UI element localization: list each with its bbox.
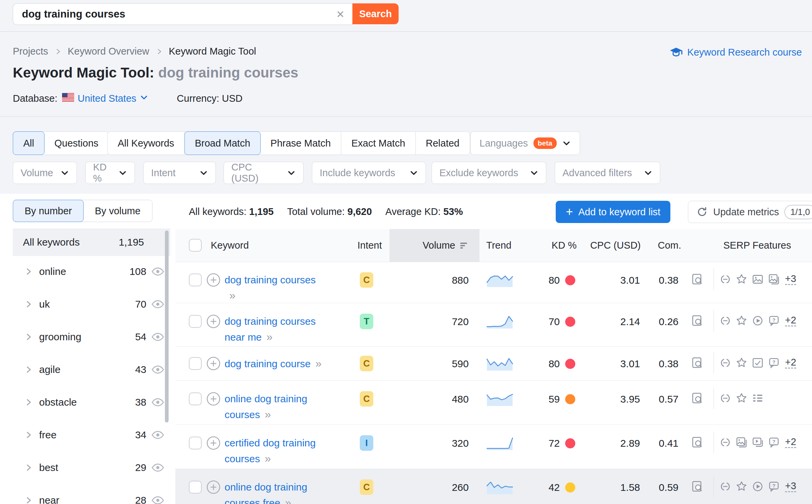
- add-keyword-icon[interactable]: [206, 436, 221, 450]
- chevron-right-icon[interactable]: [24, 333, 33, 341]
- eye-icon[interactable]: [151, 428, 165, 442]
- serp-preview-icon[interactable]: [691, 436, 704, 449]
- keyword-link[interactable]: courses free»: [225, 495, 359, 504]
- keyword-research-course-link[interactable]: Keyword Research course: [669, 45, 802, 59]
- row-checkbox[interactable]: [189, 315, 202, 328]
- keyword-link[interactable]: courses»: [225, 407, 359, 422]
- sidebar-group-agile[interactable]: agile 43: [13, 353, 169, 386]
- chevron-right-icon[interactable]: [24, 365, 33, 374]
- sidebar-group-online[interactable]: online 108: [13, 255, 169, 288]
- search-input[interactable]: dog training courses ✕: [13, 3, 353, 25]
- update-metrics-button[interactable]: Update metrics 1/1,0: [688, 201, 812, 223]
- add-keyword-icon[interactable]: [206, 356, 221, 371]
- row-checkbox[interactable]: [189, 392, 202, 405]
- intent-filter[interactable]: Intent: [143, 162, 216, 184]
- tab-phrase-match[interactable]: Phrase Match: [260, 132, 341, 155]
- search-button[interactable]: Search: [352, 3, 399, 24]
- tab-all[interactable]: All: [13, 131, 45, 155]
- database-value-link[interactable]: United States: [78, 93, 136, 104]
- col-trend[interactable]: Trend: [486, 229, 512, 262]
- expand-arrow-icon[interactable]: »: [315, 357, 321, 370]
- serp-more-link[interactable]: +2: [785, 437, 796, 448]
- serp-more-link[interactable]: +2: [785, 315, 796, 326]
- course-link-label[interactable]: Keyword Research course: [687, 47, 802, 58]
- serp-preview-icon[interactable]: [691, 356, 704, 369]
- add-keyword-icon[interactable]: [206, 273, 221, 287]
- tab-exact-match[interactable]: Exact Match: [341, 132, 416, 155]
- tab-all-keywords[interactable]: All Keywords: [108, 132, 185, 155]
- add-keyword-icon[interactable]: [206, 314, 221, 328]
- breadcrumb-keyword-overview[interactable]: Keyword Overview: [68, 46, 149, 57]
- exclude-keywords-filter[interactable]: Exclude keywords: [432, 162, 546, 184]
- sidebar-group-near[interactable]: near 28: [13, 484, 169, 504]
- toggle-by-volume[interactable]: By volume: [83, 200, 152, 222]
- keyword-link[interactable]: »: [225, 288, 359, 304]
- row-checkbox[interactable]: [189, 437, 202, 449]
- row-checkbox[interactable]: [189, 274, 202, 286]
- eye-icon[interactable]: [151, 297, 165, 311]
- expand-arrow-icon[interactable]: »: [266, 330, 272, 343]
- select-all-checkbox[interactable]: [189, 239, 202, 252]
- add-keyword-icon[interactable]: [206, 480, 221, 494]
- serp-preview-icon[interactable]: [691, 392, 704, 405]
- sidebar-group-free[interactable]: free 34: [13, 418, 169, 451]
- tab-broad-match[interactable]: Broad Match: [184, 131, 261, 155]
- col-serp-features[interactable]: SERP Features: [723, 229, 791, 262]
- sidebar-group-grooming[interactable]: grooming 54: [13, 320, 169, 353]
- tab-related[interactable]: Related: [416, 132, 470, 155]
- expand-arrow-icon[interactable]: »: [285, 496, 291, 504]
- col-kd[interactable]: KD %: [526, 229, 577, 262]
- kd-filter[interactable]: KD %: [85, 162, 135, 184]
- all-keywords-group-row[interactable]: All keywords 1,195: [13, 228, 170, 256]
- col-com[interactable]: Com.: [647, 229, 681, 262]
- chevron-right-icon[interactable]: [24, 463, 33, 472]
- cpc-filter[interactable]: CPC (USD): [224, 162, 303, 184]
- chevron-down-icon[interactable]: [140, 93, 148, 104]
- chevron-right-icon[interactable]: [24, 300, 33, 309]
- tab-questions[interactable]: Questions: [44, 132, 109, 155]
- sidebar-group-best[interactable]: best 29: [13, 451, 169, 484]
- keyword-link[interactable]: dog training course»: [225, 356, 359, 372]
- keyword-link[interactable]: dog training courses: [225, 314, 359, 329]
- col-cpc[interactable]: CPC (USD): [590, 229, 641, 262]
- eye-icon[interactable]: [151, 363, 165, 376]
- row-checkbox[interactable]: [189, 357, 202, 370]
- eye-icon[interactable]: [151, 494, 165, 504]
- chevron-right-icon[interactable]: [24, 267, 33, 276]
- include-keywords-filter[interactable]: Include keywords: [312, 162, 426, 184]
- serp-more-link[interactable]: +2: [785, 357, 796, 369]
- search-input-value[interactable]: dog training courses: [22, 8, 336, 20]
- col-keyword[interactable]: Keyword: [211, 229, 249, 262]
- serp-preview-icon[interactable]: [691, 480, 704, 493]
- chevron-right-icon[interactable]: [24, 431, 33, 439]
- keyword-link[interactable]: courses»: [225, 451, 359, 467]
- col-volume-sorted[interactable]: Volume: [389, 229, 480, 262]
- advanced-filters[interactable]: Advanced filters: [555, 162, 660, 184]
- keyword-link[interactable]: online dog training: [225, 391, 359, 407]
- serp-preview-icon[interactable]: [691, 273, 704, 286]
- eye-icon[interactable]: [151, 461, 165, 474]
- add-keyword-icon[interactable]: [206, 392, 221, 406]
- expand-arrow-icon[interactable]: »: [265, 452, 271, 465]
- row-checkbox[interactable]: [189, 481, 202, 494]
- chevron-right-icon[interactable]: [24, 496, 33, 504]
- serp-preview-icon[interactable]: [691, 314, 704, 327]
- x-clear-icon[interactable]: ✕: [336, 8, 345, 20]
- col-intent[interactable]: Intent: [357, 229, 382, 262]
- eye-icon[interactable]: [151, 265, 165, 278]
- serp-more-link[interactable]: +3: [785, 274, 796, 285]
- chevron-right-icon[interactable]: [24, 398, 33, 407]
- keyword-link[interactable]: certified dog training: [225, 435, 359, 451]
- languages-dropdown[interactable]: Languages beta: [470, 131, 580, 155]
- eye-icon[interactable]: [151, 330, 165, 344]
- sidebar-group-obstacle[interactable]: obstacle 38: [13, 386, 169, 418]
- breadcrumb-projects[interactable]: Projects: [13, 46, 48, 57]
- sidebar-group-uk[interactable]: uk 70: [13, 288, 169, 320]
- keyword-link[interactable]: near me»: [225, 329, 359, 345]
- expand-arrow-icon[interactable]: »: [229, 289, 235, 302]
- toggle-by-number[interactable]: By number: [13, 200, 84, 222]
- eye-icon[interactable]: [151, 396, 165, 409]
- keyword-link[interactable]: online dog training: [225, 479, 359, 495]
- sidebar-scrollbar[interactable]: [165, 230, 169, 422]
- volume-filter[interactable]: Volume: [13, 162, 77, 184]
